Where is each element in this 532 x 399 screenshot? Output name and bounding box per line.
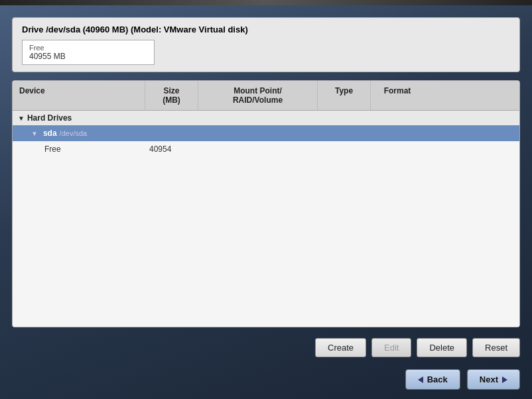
col-mount: Mount Point/RAID/Volume bbox=[198, 81, 318, 110]
back-arrow-icon bbox=[418, 376, 423, 383]
chevron-down-icon: ▼ bbox=[18, 115, 25, 122]
device-row-sda[interactable]: ▼ sda /dev/sda bbox=[13, 125, 519, 141]
back-button[interactable]: Back bbox=[405, 369, 460, 390]
edit-button[interactable]: Edit bbox=[371, 338, 411, 357]
nav-row: Back Next bbox=[0, 364, 532, 399]
next-arrow-icon bbox=[502, 376, 507, 383]
col-device: Device bbox=[13, 81, 145, 110]
free-format-cell bbox=[371, 146, 424, 152]
delete-button[interactable]: Delete bbox=[417, 338, 467, 357]
action-buttons: Create Edit Delete Reset bbox=[12, 334, 520, 364]
col-size: Size(MB) bbox=[145, 81, 198, 110]
group-label: Hard Drives bbox=[27, 113, 72, 123]
top-bar bbox=[0, 0, 532, 5]
free-label-cell: Free bbox=[13, 141, 145, 157]
free-row[interactable]: Free 40954 bbox=[13, 141, 519, 157]
device-name: sda bbox=[43, 129, 57, 138]
drive-title: Drive /dev/sda (40960 MB) (Model: VMware… bbox=[22, 25, 510, 34]
device-mount-cell bbox=[198, 130, 318, 137]
device-type-cell bbox=[318, 130, 371, 137]
device-format-cell bbox=[371, 130, 424, 137]
free-type-cell bbox=[318, 146, 371, 152]
device-name-cell: ▼ sda /dev/sda bbox=[13, 125, 145, 141]
next-label: Next bbox=[480, 374, 498, 384]
col-format: Format bbox=[371, 81, 424, 110]
back-label: Back bbox=[427, 374, 448, 384]
free-mount-cell bbox=[198, 146, 318, 152]
table-header: Device Size(MB) Mount Point/RAID/Volume … bbox=[13, 81, 519, 111]
create-button[interactable]: Create bbox=[315, 338, 366, 357]
free-size-cell: 40954 bbox=[145, 141, 198, 157]
next-button[interactable]: Next bbox=[467, 369, 520, 390]
device-size-cell bbox=[145, 130, 198, 137]
drive-free-value: 40955 MB bbox=[29, 52, 147, 61]
drive-free-label: Free bbox=[29, 44, 147, 52]
main-content: Drive /dev/sda (40960 MB) (Model: VMware… bbox=[0, 5, 532, 364]
chevron-down-icon-sda: ▼ bbox=[31, 130, 38, 137]
device-path: /dev/sda bbox=[60, 129, 88, 137]
drive-info-panel: Drive /dev/sda (40960 MB) (Model: VMware… bbox=[12, 17, 520, 72]
drive-free-box: Free 40955 MB bbox=[22, 40, 155, 65]
col-type: Type bbox=[318, 81, 371, 110]
group-hard-drives: ▼ Hard Drives bbox=[13, 111, 519, 125]
reset-button[interactable]: Reset bbox=[472, 338, 520, 357]
partition-panel: Device Size(MB) Mount Point/RAID/Volume … bbox=[12, 80, 520, 327]
table-body: ▼ Hard Drives ▼ sda /dev/sda Free 40954 bbox=[13, 111, 519, 327]
